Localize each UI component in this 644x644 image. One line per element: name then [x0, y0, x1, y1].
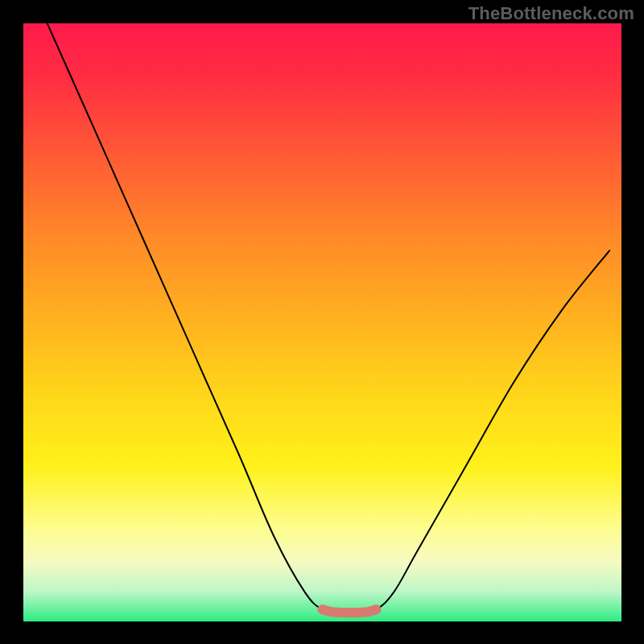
- watermark-text: TheBottleneck.com: [469, 3, 634, 24]
- main-curve: [47, 23, 609, 613]
- bottom-highlight: [323, 609, 377, 613]
- chart-stage: TheBottleneck.com: [0, 0, 644, 644]
- chart-overlay: [23, 23, 621, 621]
